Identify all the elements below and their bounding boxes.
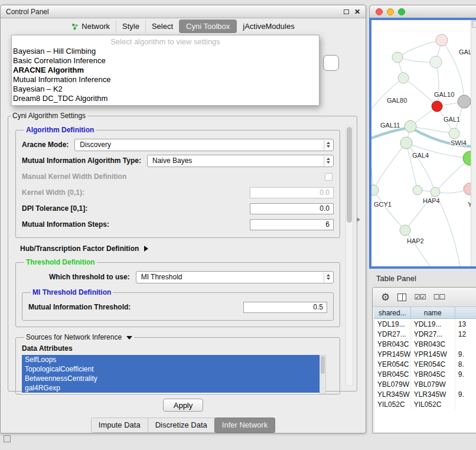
network-node-center[interactable] [431, 187, 440, 197]
kernel-width-row: Kernel Width (0,1): 0.0 [22, 186, 334, 199]
network-node-gal1[interactable] [449, 128, 459, 139]
control-panel-title: Control Panel [6, 8, 49, 16]
tab-label: Network [81, 22, 110, 30]
table-row[interactable]: YIL052CYIL052C [374, 399, 476, 409]
close-traffic-light-icon[interactable] [376, 8, 383, 15]
network-edge[interactable] [371, 128, 410, 138]
bottom-tab-impute-data[interactable]: Impute Data [91, 418, 148, 433]
algorithm-option-bayesian-k2[interactable]: Bayesian – K2 [12, 84, 319, 94]
network-canvas[interactable]: GALGAL80GAL10GAL11GAL1SWI4GAL4GCY1HAP4HA… [369, 18, 476, 269]
network-graph[interactable]: GALGAL80GAL10GAL11GAL1SWI4GAL4GCY1HAP4HA… [371, 20, 473, 267]
network-node-gal11[interactable] [405, 120, 416, 132]
column-header-name[interactable]: name [411, 307, 455, 318]
network-node-gal10[interactable] [432, 101, 442, 112]
network-edge[interactable] [403, 78, 437, 106]
network-node-gray[interactable] [458, 95, 471, 108]
algorithm-option-mutual-information-inference[interactable]: Mutual Information Inference [12, 75, 319, 84]
deselect-all-icon[interactable]: ☐☐ [433, 294, 445, 301]
data-attribute-item-betweennesscentrality[interactable]: BetweennessCentrality [22, 374, 319, 383]
column-chooser-icon[interactable] [397, 294, 406, 301]
table-row[interactable]: YDL19...YDL19...13 [374, 319, 476, 329]
network-node-gal4[interactable] [400, 137, 412, 149]
cyni-settings-group: Cyni Algorithm Settings Algorithm Defini… [8, 112, 357, 392]
network-node-pink-top[interactable] [436, 34, 448, 46]
manual-kernel-checkbox[interactable] [325, 173, 332, 181]
hub-section-toggle[interactable]: Hub/Transcription Factor Definition [20, 244, 340, 253]
network-edge[interactable] [373, 190, 405, 230]
expanded-arrow-icon[interactable] [126, 336, 132, 340]
algorithm-option-dream8-dc-tdc-algorithm[interactable]: Dream8 DC_TDC Algorithm [12, 94, 319, 103]
table-cell [455, 379, 476, 389]
mi-threshold-field[interactable]: 0.5 [243, 302, 327, 313]
network-node-gcy1[interactable] [371, 185, 379, 195]
bottom-tab-infer-network[interactable]: Infer Network [214, 418, 275, 433]
network-node-hap2[interactable] [400, 225, 410, 236]
panel-splitter-arrow[interactable] [357, 217, 360, 222]
algorithm-option-basic-correlation-inference[interactable]: Basic Correlation Inference [12, 56, 319, 66]
network-titlebar[interactable] [369, 5, 476, 18]
algorithm-option-bayesian-hill-climbing[interactable]: Bayesian – Hill Climbing [12, 47, 319, 56]
data-attribute-item-selfloops[interactable]: SelfLoops [22, 355, 319, 364]
manual-kernel-row: Manual Kernel Width Definition [22, 170, 334, 183]
which-threshold-select[interactable]: MI Threshold [136, 271, 334, 283]
bottom-tab-discretize-data[interactable]: Discretize Data [148, 418, 215, 433]
table-row[interactable]: YER054CYER054C8. [374, 359, 476, 369]
algorithm-dropdown-popup: Select algorithm to view settings Bayesi… [11, 35, 319, 106]
network-edge[interactable] [397, 40, 442, 57]
which-threshold-value: MI Threshold [141, 273, 182, 281]
tab-cyni-toolbox[interactable]: Cyni Toolbox [179, 19, 237, 33]
popup-placeholder: Select algorithm to view settings [12, 37, 319, 47]
table-row[interactable]: YBR045CYBR045C9. [374, 369, 476, 379]
aracne-mode-select[interactable]: Discovery [74, 139, 334, 151]
algorithm-option-aracne-algorithm[interactable]: ARACNE Algorithm [12, 66, 319, 75]
kernel-width-field[interactable]: 0.0 [250, 187, 334, 198]
dpi-tolerance-row: DPI Tolerance [0,1]: 0.0 [22, 202, 334, 215]
network-node-green-top-mid[interactable] [430, 56, 442, 68]
column-header-shared[interactable]: shared... [374, 307, 411, 318]
attributes-scrollbar[interactable] [319, 355, 326, 394]
network-edge[interactable] [405, 230, 431, 267]
aracne-mode-row: Aracne Mode: Discovery [22, 138, 334, 151]
table-row[interactable]: YBR043CYBR043C [374, 339, 476, 349]
dpi-tolerance-field[interactable]: 0.0 [250, 203, 334, 214]
settings-scrollbar-thumb[interactable] [347, 127, 352, 223]
tab-label: Style [122, 22, 139, 30]
algorithm-definition-group: Algorithm Definition Aracne Mode: Discov… [15, 126, 340, 238]
table-row[interactable]: YPR145WYPR145W9. [374, 349, 476, 359]
column-header-2[interactable] [455, 307, 476, 318]
table-row[interactable]: YLR345WYLR345W9. [374, 389, 476, 399]
apply-button[interactable]: Apply [163, 399, 203, 412]
network-node-hap4[interactable] [413, 185, 422, 195]
algorithm-definition-legend: Algorithm Definition [24, 126, 96, 134]
table-row[interactable]: YBL079WYBL079W [374, 379, 476, 389]
scroll-up-button[interactable] [472, 21, 476, 28]
zoom-traffic-light-icon[interactable] [398, 8, 405, 15]
network-edge[interactable] [436, 62, 439, 106]
table-cell: YBR043C [411, 339, 455, 349]
settings-gear-icon[interactable]: ⚙ [381, 292, 390, 302]
network-scrollbar[interactable] [471, 20, 476, 266]
mi-algorithm-type-select[interactable]: Naive Bayes [147, 155, 334, 167]
table-row[interactable]: YDR27...YDR27...12 [374, 329, 476, 339]
network-node-gal80[interactable] [398, 73, 409, 83]
data-attribute-item-topologicalcoefficient[interactable]: TopologicalCoefficient [22, 364, 319, 374]
network-edge[interactable] [373, 143, 406, 190]
tab-jactivemodules[interactable]: jActiveModules [237, 20, 300, 32]
dock-icon[interactable] [4, 435, 11, 442]
node-label-swi4: SWI4 [451, 139, 467, 146]
minimize-traffic-light-icon[interactable] [387, 8, 394, 15]
network-node-green-top-left[interactable] [392, 52, 403, 63]
tab-select[interactable]: Select [145, 20, 179, 32]
kernel-width-label: Kernel Width (0,1): [22, 188, 84, 197]
float-window-icon[interactable] [344, 9, 349, 14]
settings-scrollbar[interactable] [345, 126, 353, 386]
tab-network[interactable]: Network [66, 20, 116, 32]
select-all-icon[interactable]: ☑☑ [414, 294, 426, 301]
tab-style[interactable]: Style [116, 20, 145, 32]
table-cell: 13 [455, 319, 476, 329]
network-edge[interactable] [406, 143, 435, 192]
close-window-icon[interactable]: ✕ [354, 8, 360, 15]
data-attribute-item-gal4rgexp[interactable]: gal4RGexp [22, 383, 319, 393]
network-edge[interactable] [371, 78, 403, 109]
mi-steps-field[interactable]: 6 [250, 219, 334, 230]
